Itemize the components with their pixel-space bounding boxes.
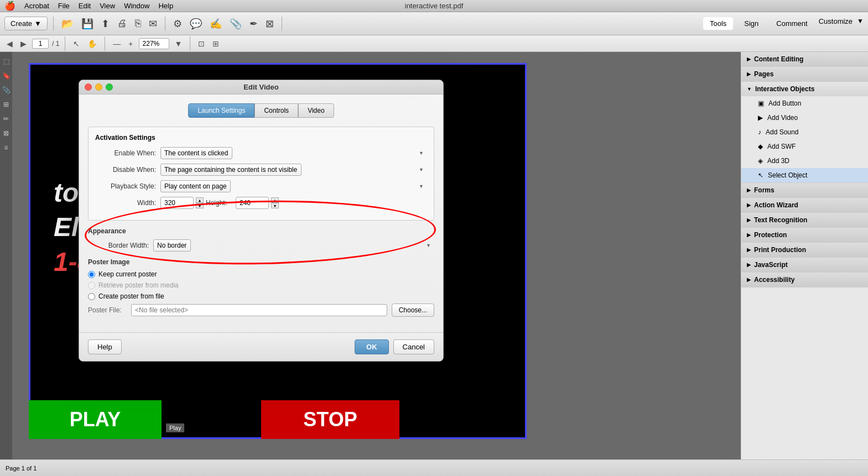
help-button[interactable]: Help <box>88 339 122 354</box>
disable-when-select[interactable]: The page containing the content is not v… <box>160 164 302 176</box>
enable-when-label: Enable When: <box>95 149 156 157</box>
fit-width-button[interactable]: ⊞ <box>210 38 221 49</box>
width-down-button[interactable]: ▼ <box>196 203 204 208</box>
chevron-action-wizard: ▶ <box>747 202 751 208</box>
section-header-forms[interactable]: ▶ Forms <box>741 183 868 197</box>
item-add-sound[interactable]: ♪ Add Sound <box>741 125 868 139</box>
zoom-out-button[interactable]: — <box>111 38 123 49</box>
fit-page-button[interactable]: ⊡ <box>196 38 207 49</box>
back-button[interactable]: ◀ <box>4 38 15 49</box>
annotate-button[interactable]: ✍ <box>207 17 224 31</box>
enable-when-select[interactable]: The content is clicked <box>160 147 232 159</box>
section-header-print-production[interactable]: ▶ Print Production <box>741 243 868 257</box>
width-up-button[interactable]: ▲ <box>196 197 204 203</box>
chevron-forms: ▶ <box>747 187 751 193</box>
export-button[interactable]: ⎘ <box>133 17 143 30</box>
dialog-close-button[interactable] <box>85 83 92 91</box>
section-header-pages[interactable]: ▶ Pages <box>741 67 868 81</box>
create-button[interactable]: Create ▼ <box>4 17 48 30</box>
section-forms: ▶ Forms <box>741 183 868 198</box>
item-add-3d[interactable]: ◈ Add 3D <box>741 154 868 168</box>
play-button[interactable]: PLAY <box>29 400 162 439</box>
menu-view[interactable]: View <box>100 2 115 10</box>
width-input[interactable] <box>160 197 194 209</box>
item-add-swf[interactable]: ◆ Add SWF <box>741 139 868 154</box>
menubar: 🍎 Acrobat File Edit View Window Help int… <box>0 0 868 12</box>
save-button[interactable]: 💾 <box>79 17 96 31</box>
dialog-maximize-button[interactable] <box>106 83 113 91</box>
tab-comment[interactable]: Comment <box>770 17 814 30</box>
poster-option-create: Create poster from file <box>88 292 434 300</box>
section-header-protection[interactable]: ▶ Protection <box>741 228 868 242</box>
zoom-dropdown[interactable]: ▼ <box>173 38 185 49</box>
chevron-content-editing: ▶ <box>747 56 751 62</box>
choose-button[interactable]: Choose... <box>392 304 434 317</box>
apple-menu[interactable]: 🍎 <box>4 1 15 11</box>
sign-button[interactable]: ✒ <box>247 17 260 31</box>
height-input[interactable] <box>236 197 269 209</box>
tab-launch-settings[interactable]: Launch Settings <box>188 103 254 118</box>
tab-tools[interactable]: Tools <box>703 17 733 30</box>
menu-file[interactable]: File <box>58 2 70 10</box>
poster-retrieve-radio[interactable] <box>88 282 95 289</box>
print-button[interactable]: 🖨 <box>115 17 129 30</box>
section-header-javascript[interactable]: ▶ JavaScript <box>741 258 868 272</box>
border-width-select[interactable]: No border <box>153 239 191 252</box>
sidebar-icon-1[interactable]: ⬚ <box>3 57 9 65</box>
page-input[interactable] <box>32 39 49 49</box>
tab-sign[interactable]: Sign <box>737 17 765 30</box>
border-width-row: Border Width: No border <box>88 239 434 252</box>
tab-video[interactable]: Video <box>298 103 334 118</box>
height-up-button[interactable]: ▲ <box>271 197 279 203</box>
height-down-button[interactable]: ▼ <box>271 203 279 208</box>
customize-label[interactable]: Customize <box>819 17 853 30</box>
menu-window[interactable]: Window <box>124 2 149 10</box>
poster-current-radio[interactable] <box>88 271 95 278</box>
section-header-action-wizard[interactable]: ▶ Action Wizard <box>741 198 868 212</box>
sidebar-icon-4[interactable]: ⊞ <box>3 101 9 108</box>
attach-button[interactable]: 📎 <box>227 17 244 31</box>
redact-button[interactable]: ⊠ <box>263 17 276 31</box>
cancel-button[interactable]: Cancel <box>393 339 434 354</box>
email-button[interactable]: ✉ <box>147 17 159 31</box>
menu-edit[interactable]: Edit <box>79 2 91 10</box>
sidebar-icon-5[interactable]: ✏ <box>3 115 9 123</box>
select-button[interactable]: ↖ <box>71 38 82 49</box>
width-spinner: ▲ ▼ <box>196 197 204 208</box>
menu-help[interactable]: Help <box>158 2 173 10</box>
dialog-minimize-button[interactable] <box>95 83 102 91</box>
section-label-protection: Protection <box>754 231 787 239</box>
open-button[interactable]: 📂 <box>59 17 76 31</box>
item-add-video[interactable]: ▶ Add Video <box>741 111 868 125</box>
playback-style-select[interactable]: Play content on page <box>160 180 231 192</box>
item-add-button[interactable]: ▣ Add Button <box>741 96 868 111</box>
sidebar-icon-2[interactable]: 🔖 <box>2 72 11 80</box>
poster-create-radio[interactable] <box>88 293 95 300</box>
poster-file-input[interactable] <box>131 304 387 316</box>
comment-button[interactable]: 💬 <box>188 17 204 31</box>
sidebar-icon-3[interactable]: 📎 <box>2 86 11 94</box>
play-badge: Play <box>166 423 184 432</box>
menu-acrobat[interactable]: Acrobat <box>24 2 49 10</box>
section-header-interactive-objects[interactable]: ▼ Interactive Objects <box>741 82 868 96</box>
upload-button[interactable]: ⬆ <box>99 17 112 31</box>
add-button-label: Add Button <box>768 100 801 107</box>
section-header-text-recognition[interactable]: ▶ Text Recognition <box>741 213 868 227</box>
ok-button[interactable]: OK <box>355 339 389 354</box>
sidebar-icon-7[interactable]: ≡ <box>4 144 8 151</box>
settings-button[interactable]: ⚙ <box>171 17 184 31</box>
chevron-javascript: ▶ <box>747 262 751 268</box>
zoom-in-button[interactable]: + <box>126 38 135 49</box>
stop-button[interactable]: STOP <box>261 400 399 439</box>
pan-button[interactable]: ✋ <box>85 38 99 49</box>
separator-3 <box>282 17 282 31</box>
item-select-object[interactable]: ↖ Select Object <box>741 168 868 182</box>
section-header-content-editing[interactable]: ▶ Content Editing <box>741 52 868 66</box>
forward-button[interactable]: ▶ <box>18 38 29 49</box>
sidebar-icon-6[interactable]: ⊠ <box>3 129 9 137</box>
tab-controls[interactable]: Controls <box>254 103 298 118</box>
zoom-display: 227% <box>139 38 169 49</box>
status-text: Page 1 of 1 <box>6 465 37 472</box>
section-header-accessibility[interactable]: ▶ Accessibility <box>741 273 868 287</box>
poster-create-label: Create poster from file <box>98 292 164 300</box>
